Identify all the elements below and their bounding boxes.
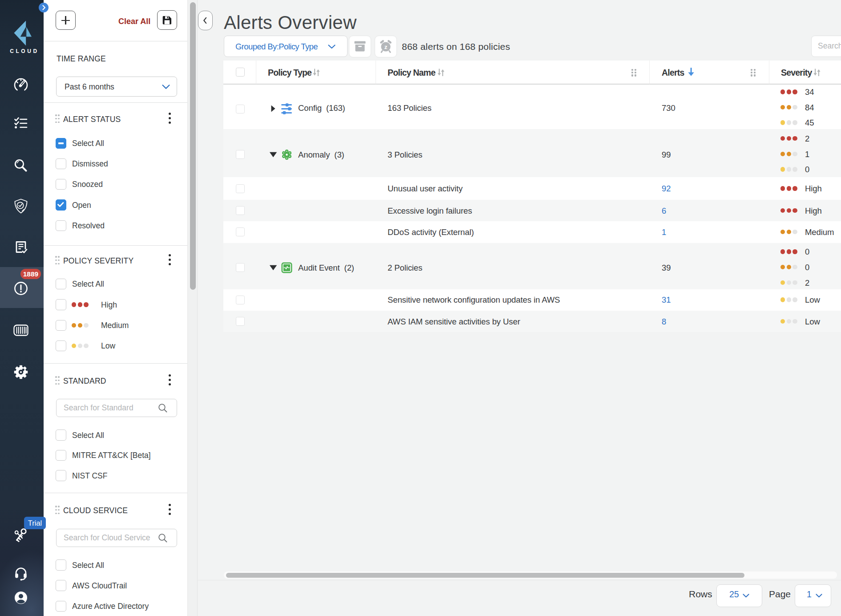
svg-text:z: z: [384, 44, 388, 50]
